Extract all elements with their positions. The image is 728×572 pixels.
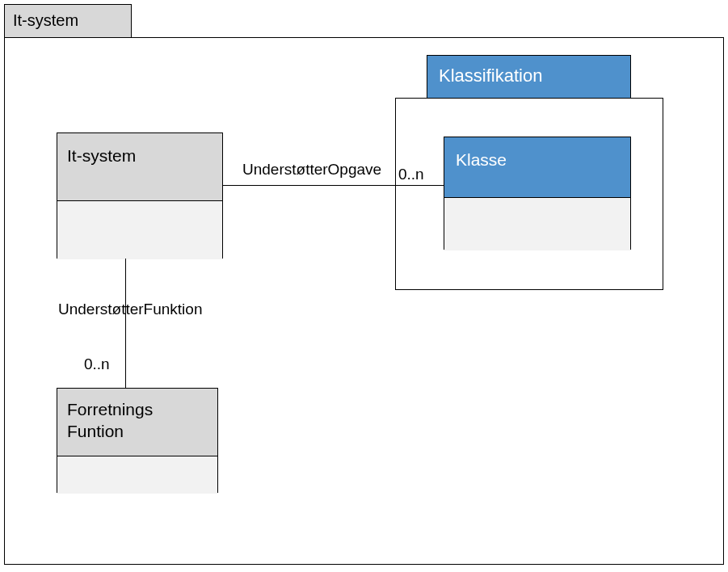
forretnings-body xyxy=(57,456,217,494)
relation-opgave-label: UnderstøtterOpgave xyxy=(242,161,381,179)
relation-opgave-multiplicity: 0..n xyxy=(398,166,424,183)
forretnings-header: Forretnings Funtion xyxy=(57,389,217,456)
relation-funktion-line xyxy=(125,259,126,388)
relation-funktion-label: UnderstøtterFunktion xyxy=(58,301,202,318)
klasse-title: Klasse xyxy=(456,150,507,169)
forretnings-title: Forretnings Funtion xyxy=(67,400,153,440)
klasse-header: Klasse xyxy=(444,137,630,198)
package-title: It-system xyxy=(13,11,78,29)
klasse-entity: Klasse xyxy=(444,137,631,250)
klassifikation-header: Klassifikation xyxy=(427,55,631,99)
relation-funktion-multiplicity: 0..n xyxy=(84,355,110,373)
itsystem-header: It-system xyxy=(57,133,222,201)
relation-opgave-line xyxy=(223,185,444,186)
klasse-body xyxy=(444,198,630,250)
itsystem-body xyxy=(57,201,222,259)
package-tab: It-system xyxy=(4,4,132,38)
itsystem-entity: It-system xyxy=(57,132,223,259)
forretnings-entity: Forretnings Funtion xyxy=(57,388,218,493)
itsystem-title: It-system xyxy=(67,146,136,165)
klassifikation-title: Klassifikation xyxy=(439,65,542,86)
